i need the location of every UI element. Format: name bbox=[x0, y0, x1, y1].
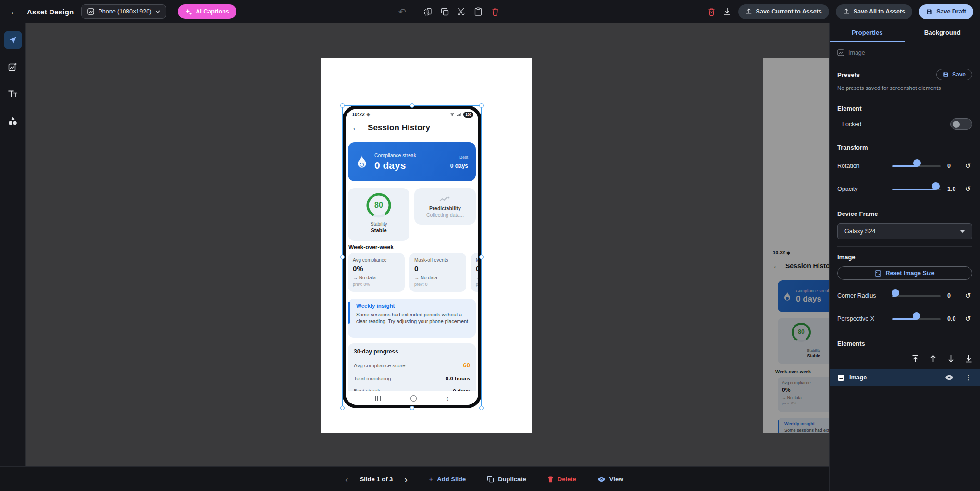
flame-icon bbox=[356, 155, 368, 169]
select-tool-button[interactable] bbox=[4, 31, 22, 49]
device-frame-section-title: Device Frame bbox=[837, 210, 878, 217]
perspective-x-slider[interactable] bbox=[892, 315, 941, 323]
bring-to-front-icon[interactable] bbox=[912, 355, 919, 363]
phone-screen: 10:22 ◈ 100 ← Session History bbox=[346, 109, 478, 405]
cursor-icon bbox=[9, 36, 17, 44]
corner-radius-value: 0 bbox=[947, 292, 964, 299]
move-down-icon[interactable] bbox=[947, 355, 955, 363]
phone-mockup[interactable]: 10:22 ◈ 100 ← Session History bbox=[342, 105, 482, 408]
status-time: 10:22 bbox=[352, 112, 365, 117]
delete-element-icon[interactable] bbox=[491, 7, 499, 16]
view-label: View bbox=[609, 476, 623, 483]
text-tool-button[interactable] bbox=[4, 85, 22, 103]
perspective-x-reset-button[interactable]: ↺ bbox=[964, 315, 972, 323]
phone-back-arrow-icon: ← bbox=[352, 123, 360, 133]
opacity-reset-button[interactable]: ↺ bbox=[964, 185, 972, 193]
stat-card-mask-time: Mask time 0m → No data prev: 0 bbox=[471, 253, 478, 292]
ai-captions-button[interactable]: AI Captions bbox=[178, 4, 236, 19]
corner-radius-reset-button[interactable]: ↺ bbox=[964, 291, 972, 300]
ai-captions-label: AI Captions bbox=[196, 8, 229, 15]
selection-handle-w[interactable] bbox=[340, 255, 345, 259]
insight-body: Some sessions had extended periods witho… bbox=[356, 311, 472, 325]
save-preset-button[interactable]: Save bbox=[936, 69, 972, 80]
selection-handle-s[interactable] bbox=[410, 406, 414, 410]
slide2-stat-card: Avg compliance 0% → No data prev: 0% bbox=[778, 377, 829, 412]
rotation-reset-button[interactable]: ↺ bbox=[964, 162, 972, 170]
undo-button[interactable]: ↶ bbox=[398, 7, 407, 16]
view-slide-button[interactable]: View bbox=[597, 476, 623, 483]
shapes-tool-button[interactable] bbox=[4, 112, 22, 130]
tab-properties[interactable]: Properties bbox=[830, 23, 905, 42]
selection-handle-se[interactable] bbox=[479, 406, 484, 410]
insight-title: Weekly insight bbox=[356, 303, 470, 309]
element-row-image[interactable]: Image ⋮ bbox=[830, 369, 980, 386]
stat-prev: prev: 0% bbox=[353, 282, 400, 287]
download-icon[interactable] bbox=[723, 7, 732, 16]
progress-label: Total monitoring bbox=[354, 376, 391, 381]
stat-trend: → No data bbox=[476, 275, 478, 280]
design-canvas[interactable]: 10:22 ◈ 100 ← Session History bbox=[26, 23, 829, 466]
chevron-down-icon bbox=[155, 10, 160, 13]
element-type-label: Image bbox=[848, 50, 865, 56]
element-row-menu-icon[interactable]: ⋮ bbox=[965, 373, 972, 382]
back-button[interactable]: ← bbox=[10, 6, 19, 17]
rotation-slider[interactable] bbox=[892, 162, 941, 170]
opacity-slider[interactable] bbox=[892, 185, 941, 193]
stability-score: 80 bbox=[365, 192, 392, 219]
signal-icon bbox=[457, 113, 461, 117]
stat-value: 0% bbox=[353, 264, 400, 273]
cut-icon[interactable] bbox=[457, 7, 466, 16]
move-up-icon[interactable] bbox=[930, 355, 937, 363]
save-current-to-assets-button[interactable]: Save Current to Assets bbox=[738, 4, 829, 19]
presets-empty-text: No presets saved for screenshot elements bbox=[837, 85, 972, 91]
save-all-to-assets-button[interactable]: Save All to Assets bbox=[836, 4, 912, 19]
device-size-dropdown[interactable]: Phone (1080×1920) bbox=[81, 4, 166, 19]
selection-handle-ne[interactable] bbox=[479, 103, 484, 108]
slide2-week-title: Week-over-week bbox=[775, 369, 811, 374]
corner-radius-slider[interactable] bbox=[892, 292, 941, 300]
duplicate-icon[interactable] bbox=[440, 7, 449, 16]
selection-handle-sw[interactable] bbox=[340, 406, 345, 410]
stat-prev: prev: 0 bbox=[414, 282, 461, 287]
element-row-label: Image bbox=[849, 374, 940, 381]
delete-slide-button[interactable]: Delete bbox=[547, 476, 576, 483]
send-to-back-icon[interactable] bbox=[965, 355, 972, 363]
duplicate-label: Duplicate bbox=[498, 476, 526, 483]
predictability-subtitle: Collecting data... bbox=[426, 212, 464, 218]
delete-slide-icon[interactable] bbox=[707, 7, 716, 16]
android-back-icon: ‹ bbox=[447, 393, 449, 403]
device-frame-select[interactable]: Galaxy S24 bbox=[837, 223, 972, 239]
recents-icon bbox=[375, 396, 381, 401]
toolbar-divider bbox=[415, 7, 415, 16]
stat-card-mask-off: Mask-off events 0 → No data prev: 0 bbox=[409, 253, 466, 292]
duplicate-slide-button[interactable]: Duplicate bbox=[487, 476, 526, 483]
reset-image-size-button[interactable]: Reset Image Size bbox=[837, 266, 972, 280]
add-image-tool-button[interactable] bbox=[4, 58, 22, 76]
selection-handle-n[interactable] bbox=[410, 103, 414, 108]
previous-slide-button[interactable]: ‹ bbox=[345, 475, 348, 484]
visibility-eye-icon[interactable] bbox=[945, 375, 954, 380]
trend-chart-icon bbox=[439, 195, 451, 203]
save-draft-button[interactable]: Save Draft bbox=[919, 4, 973, 19]
slide2-header: ←Session History bbox=[773, 262, 829, 270]
add-slide-button[interactable]: + Add Slide bbox=[429, 475, 466, 484]
selection-handle-e[interactable] bbox=[479, 255, 484, 259]
copy-style-icon[interactable] bbox=[423, 7, 432, 16]
upload-icon bbox=[745, 8, 752, 15]
stat-value: 0 bbox=[414, 264, 461, 273]
paste-icon[interactable] bbox=[474, 7, 483, 16]
slide-controls-bar: ‹ Slide 1 of 3 › + Add Slide Duplicate D… bbox=[0, 466, 829, 491]
duplicate-icon bbox=[487, 476, 494, 483]
rotation-value: 0 bbox=[947, 163, 964, 169]
slide-indicator: Slide 1 of 3 bbox=[360, 476, 393, 483]
properties-panel: Properties Background Image Presets Save… bbox=[829, 23, 980, 491]
status-diamond-icon: ◈ bbox=[367, 112, 370, 117]
weekly-stats-row: Avg compliance 0% → No data prev: 0% Mas… bbox=[348, 253, 478, 292]
locked-toggle[interactable] bbox=[950, 118, 972, 130]
elements-section-title: Elements bbox=[837, 340, 865, 347]
next-slide-button[interactable]: › bbox=[404, 475, 408, 484]
selection-handle-nw[interactable] bbox=[340, 103, 345, 108]
progress-row: Total monitoring 0.0 hours bbox=[354, 376, 470, 381]
tab-background[interactable]: Background bbox=[905, 23, 980, 42]
slide-2-preview[interactable]: 10:22 ◈ ←Session History Compliance stre… bbox=[763, 58, 829, 433]
